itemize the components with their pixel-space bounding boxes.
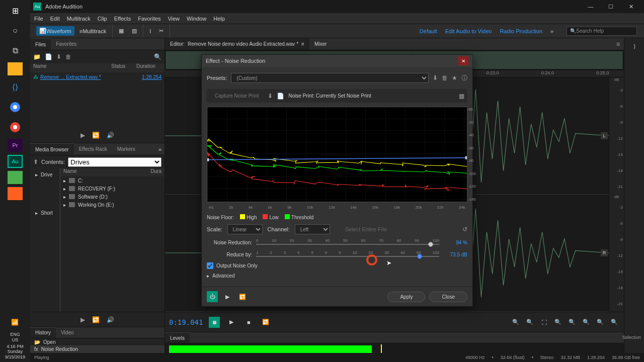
search-input[interactable]: 🔍 Search Help bbox=[567, 27, 637, 36]
mixer-tab[interactable]: Mixer bbox=[309, 38, 332, 50]
play-icon[interactable]: ▶ bbox=[80, 316, 85, 323]
camtasia-icon[interactable] bbox=[8, 171, 23, 184]
chrome-icon[interactable] bbox=[6, 99, 25, 116]
import-icon[interactable]: ⬇ bbox=[56, 53, 61, 60]
vscode-icon[interactable]: ⟨⟩ bbox=[6, 78, 25, 96]
audition-icon[interactable]: Au bbox=[8, 155, 23, 168]
tool-icon[interactable]: I bbox=[146, 27, 154, 36]
menu-view[interactable]: View bbox=[168, 16, 180, 22]
spectrum-chart[interactable]: dB-20-40-60-80-100-120-140 bbox=[207, 107, 467, 202]
tab-menu-icon[interactable]: ≡ bbox=[301, 41, 304, 47]
pause-button[interactable]: ■ bbox=[243, 317, 254, 328]
zoom-icon[interactable]: 🔍 bbox=[595, 317, 606, 328]
zoom-fit-icon[interactable]: ⛶ bbox=[538, 317, 549, 328]
maximize-button[interactable]: ☐ bbox=[601, 0, 621, 13]
tab-favorites[interactable]: Favorites bbox=[51, 38, 82, 50]
editor-tab[interactable]: Editor: Remove Noise demo video Audio Ex… bbox=[165, 38, 309, 50]
workspace-edit-audio[interactable]: Edit Audio to Video bbox=[445, 28, 492, 34]
play-button[interactable]: ▶ bbox=[226, 317, 237, 328]
multitrack-button[interactable]: ≡ Multitrack bbox=[76, 27, 109, 36]
tab-files[interactable]: Files bbox=[30, 38, 51, 50]
lang-indicator[interactable]: ENGUS bbox=[10, 332, 20, 343]
menu-clip[interactable]: Clip bbox=[98, 16, 107, 22]
stop-button[interactable]: ⏹ bbox=[209, 317, 220, 328]
advanced-toggle[interactable]: ▸ Advanced bbox=[207, 273, 467, 279]
collapsed-panel-icon[interactable]: ⟩ bbox=[633, 43, 635, 50]
history-item[interactable]: 📂 Open bbox=[30, 338, 165, 345]
workspace-radio[interactable]: Radio Production bbox=[500, 28, 542, 34]
workspace-more-icon[interactable]: » bbox=[550, 28, 553, 34]
col-duration[interactable]: Duration bbox=[136, 63, 162, 72]
workspace-default[interactable]: Default bbox=[420, 28, 437, 34]
task-view-icon[interactable]: ⧉ bbox=[6, 42, 25, 59]
scale-select[interactable]: Linear bbox=[227, 224, 263, 234]
tab-markers[interactable]: Markers bbox=[112, 143, 140, 155]
drive-item[interactable]: ▸RECOVERY (F:) bbox=[60, 185, 165, 193]
select-entire-file-button[interactable]: Select Entire File bbox=[345, 226, 387, 232]
favorite-icon[interactable]: ★ bbox=[452, 74, 457, 81]
noise-reduction-value[interactable]: 94 % bbox=[443, 240, 467, 245]
auto-play-icon[interactable]: 🔊 bbox=[107, 132, 114, 139]
dialog-titlebar[interactable]: Effect - Noise Reduction ✕ bbox=[202, 55, 472, 67]
menu-favorites[interactable]: Favorites bbox=[138, 16, 160, 22]
tab-effects-rack[interactable]: Effects Rack bbox=[74, 143, 112, 155]
tool-icon[interactable]: ▦ bbox=[116, 26, 127, 36]
tab-media-browser[interactable]: Media Browser bbox=[30, 143, 74, 155]
dialog-close-button[interactable]: ✕ bbox=[458, 56, 468, 65]
preview-play-icon[interactable]: ▶ bbox=[222, 291, 233, 302]
loop-icon[interactable]: 🔁 bbox=[92, 132, 100, 139]
panel-menu-icon[interactable]: ≡ bbox=[612, 41, 624, 48]
close-button[interactable]: ✕ bbox=[621, 0, 641, 13]
search-icon[interactable]: ○ bbox=[6, 22, 25, 39]
zoom-icon[interactable]: 🔍 bbox=[609, 317, 620, 328]
mb-col-dura[interactable]: Dura bbox=[150, 168, 162, 176]
contents-select[interactable]: Drives bbox=[68, 157, 162, 167]
help-icon[interactable]: ⓘ bbox=[461, 74, 467, 82]
capture-noise-print-button[interactable]: Capture Noise Print bbox=[210, 91, 264, 101]
mb-col-name[interactable]: Name bbox=[63, 168, 150, 176]
save-noise-print-icon[interactable]: ⬇ bbox=[268, 93, 273, 100]
play-icon[interactable]: ▶ bbox=[80, 132, 85, 139]
zoom-in-icon[interactable]: 🔍 bbox=[510, 317, 521, 328]
reduce-by-slider[interactable]: 12345681020304060100 bbox=[256, 250, 439, 258]
zoom-icon[interactable]: 🔍 bbox=[567, 317, 578, 328]
history-item[interactable]: fx Noise Reduction bbox=[30, 345, 165, 352]
output-noise-only-checkbox[interactable] bbox=[207, 262, 213, 269]
preview-loop-icon[interactable]: 🔁 bbox=[237, 291, 248, 302]
drive-item[interactable]: ▸Software (D:) bbox=[60, 193, 165, 201]
menu-effects[interactable]: Effects bbox=[114, 16, 131, 22]
tab-history[interactable]: History bbox=[30, 327, 56, 338]
presets-select[interactable]: (Custom) bbox=[231, 73, 429, 83]
menu-help[interactable]: Help bbox=[213, 16, 225, 22]
zoom-sel-icon[interactable]: 🔍 bbox=[552, 317, 564, 328]
app-icon[interactable] bbox=[8, 187, 23, 200]
trash-icon[interactable]: 🗑 bbox=[65, 53, 71, 60]
col-status[interactable]: Status bbox=[111, 63, 136, 72]
tool-icon[interactable]: ▨ bbox=[129, 26, 140, 36]
premiere-icon[interactable]: Pr bbox=[8, 139, 23, 152]
tree-drives[interactable]: ▸ Drive bbox=[32, 170, 58, 178]
open-file-icon[interactable]: 📁 bbox=[33, 53, 41, 60]
menu-file[interactable]: File bbox=[34, 16, 43, 22]
menu-window[interactable]: Window bbox=[187, 16, 206, 22]
channel-select[interactable]: Left bbox=[295, 224, 330, 234]
zoom-out-icon[interactable]: 🔍 bbox=[524, 317, 535, 328]
power-toggle-icon[interactable]: ⏻ bbox=[207, 291, 218, 302]
apply-button[interactable]: Apply bbox=[387, 292, 425, 302]
chrome-canary-icon[interactable] bbox=[6, 119, 25, 136]
graph-toggle-icon[interactable]: ▦ bbox=[459, 93, 464, 100]
noise-reduction-slider[interactable]: 0102030405060708090100 bbox=[256, 238, 439, 246]
explorer-icon[interactable] bbox=[8, 62, 23, 75]
waveform-button[interactable]: 📊 Waveform bbox=[36, 26, 74, 36]
menu-edit[interactable]: Edit bbox=[50, 16, 60, 22]
tab-video[interactable]: Video bbox=[56, 327, 78, 338]
minimize-button[interactable]: — bbox=[581, 0, 601, 13]
start-icon[interactable]: ⊞ bbox=[6, 2, 25, 19]
drive-item[interactable]: ▸C: bbox=[60, 176, 165, 185]
save-preset-icon[interactable]: ⬇ bbox=[433, 74, 438, 81]
menu-multitrack[interactable]: Multitrack bbox=[67, 16, 91, 22]
file-row[interactable]: ⁂ Remove ... Extracted.wav * 1:28.254 bbox=[30, 72, 165, 81]
wifi-icon[interactable]: 📶 bbox=[6, 314, 25, 331]
clock[interactable]: 4:16 PMSunday9/15/2019 bbox=[5, 344, 25, 360]
more-icon[interactable]: » bbox=[155, 146, 165, 152]
